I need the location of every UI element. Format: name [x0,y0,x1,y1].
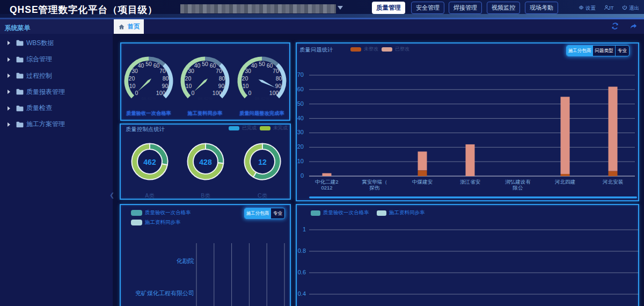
svg-text:20: 20 [242,75,248,82]
svg-text:68.42%: 68.42% [197,96,212,101]
svg-text:50: 50 [145,61,152,67]
svg-text:30: 30 [188,68,194,74]
svg-text:50: 50 [259,61,265,67]
svg-text:70: 70 [159,68,166,74]
svg-text:20: 20 [129,75,135,82]
svg-text:60: 60 [267,62,273,69]
svg-text:90: 90 [162,83,169,89]
svg-text:80: 80 [219,75,225,82]
svg-text:0: 0 [135,90,138,96]
svg-text:60: 60 [153,62,160,69]
svg-text:100: 100 [269,90,279,96]
svg-text:40: 40 [251,62,258,69]
svg-text:90: 90 [218,83,225,89]
svg-text:10: 10 [243,83,249,89]
svg-text:70: 70 [216,68,222,74]
svg-text:60: 60 [210,62,216,69]
svg-text:68.42%: 68.42% [141,96,156,101]
svg-text:0: 0 [191,90,194,96]
svg-text:10: 10 [186,83,192,89]
svg-text:68.42%: 68.42% [254,96,269,101]
svg-text:20: 20 [185,75,192,82]
svg-text:90: 90 [275,83,282,89]
svg-text:30: 30 [245,68,251,74]
svg-text:40: 40 [138,62,144,69]
svg-text:40: 40 [194,62,201,69]
svg-text:80: 80 [276,75,282,82]
svg-text:30: 30 [131,68,138,74]
svg-text:70: 70 [273,68,279,74]
svg-text:0: 0 [248,90,251,96]
svg-text:100: 100 [213,90,222,96]
svg-text:80: 80 [163,75,169,82]
svg-text:100: 100 [156,90,166,96]
svg-text:50: 50 [202,61,208,67]
svg-text:10: 10 [129,83,136,89]
